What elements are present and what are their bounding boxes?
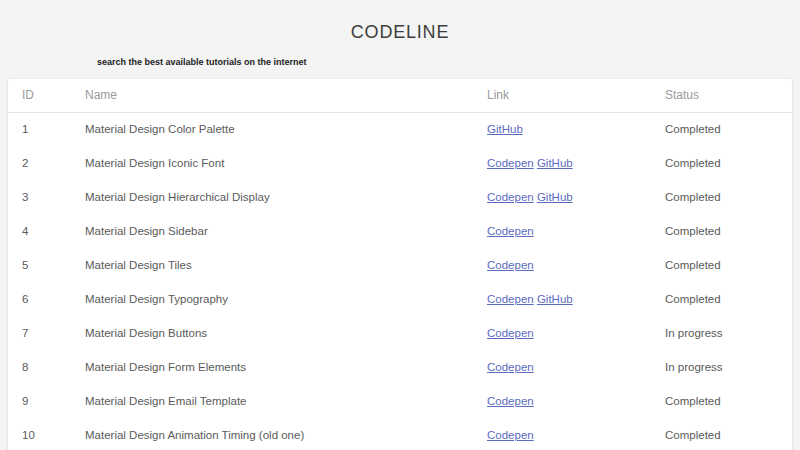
row-name-cell: Material Design Form Elements bbox=[71, 350, 473, 384]
table-body: 1 Material Design Color Palette GitHub C… bbox=[8, 112, 792, 450]
row-links-cell: Codepen bbox=[473, 214, 651, 248]
codepen-link[interactable]: Codepen bbox=[487, 429, 534, 441]
row-links-cell: Codepen bbox=[473, 248, 651, 282]
column-header-status: Status bbox=[651, 79, 792, 112]
github-link[interactable]: GitHub bbox=[537, 191, 573, 203]
codepen-link[interactable]: Codepen bbox=[487, 293, 534, 305]
row-id-cell: 3 bbox=[8, 180, 71, 214]
table-row: 3 Material Design Hierarchical Display C… bbox=[8, 180, 792, 214]
table-row: 7 Material Design Buttons Codepen In pro… bbox=[8, 316, 792, 350]
column-header-name: Name bbox=[71, 79, 473, 112]
row-status-cell: Completed bbox=[651, 180, 792, 214]
row-status-cell: Completed bbox=[651, 146, 792, 180]
row-name-cell: Material Design Buttons bbox=[71, 316, 473, 350]
row-links-cell: Codepen bbox=[473, 418, 651, 450]
row-status-cell: In progress bbox=[651, 350, 792, 384]
column-header-id: ID bbox=[8, 79, 71, 112]
row-name-cell: Material Design Email Template bbox=[71, 384, 473, 418]
table-row: 6 Material Design Typography Codepen Git… bbox=[8, 282, 792, 316]
row-name-cell: Material Design Sidebar bbox=[71, 214, 473, 248]
codepen-link[interactable]: Codepen bbox=[487, 191, 534, 203]
row-links-cell: Codepen bbox=[473, 316, 651, 350]
row-name-cell: Material Design Hierarchical Display bbox=[71, 180, 473, 214]
page-title: CODELINE bbox=[0, 0, 800, 43]
github-link[interactable]: GitHub bbox=[537, 157, 573, 169]
table-row: 1 Material Design Color Palette GitHub C… bbox=[8, 112, 792, 146]
row-id-cell: 4 bbox=[8, 214, 71, 248]
table-row: 10 Material Design Animation Timing (old… bbox=[8, 418, 792, 450]
row-id-cell: 2 bbox=[8, 146, 71, 180]
row-links-cell: Codepen GitHub bbox=[473, 180, 651, 214]
table-header-row: ID Name Link Status bbox=[8, 79, 792, 112]
row-id-cell: 5 bbox=[8, 248, 71, 282]
row-name-cell: Material Design Tiles bbox=[71, 248, 473, 282]
row-status-cell: Completed bbox=[651, 248, 792, 282]
row-links-cell: Codepen bbox=[473, 350, 651, 384]
row-name-cell: Material Design Color Palette bbox=[71, 112, 473, 146]
row-links-cell: Codepen bbox=[473, 384, 651, 418]
github-link[interactable]: GitHub bbox=[537, 293, 573, 305]
row-links-cell: Codepen GitHub bbox=[473, 146, 651, 180]
row-id-cell: 7 bbox=[8, 316, 71, 350]
codepen-link[interactable]: Codepen bbox=[487, 259, 534, 271]
tutorials-card: ID Name Link Status 1 Material Design Co… bbox=[8, 79, 792, 450]
row-status-cell: Completed bbox=[651, 282, 792, 316]
codepen-link[interactable]: Codepen bbox=[487, 395, 534, 407]
row-name-cell: Material Design Animation Timing (old on… bbox=[71, 418, 473, 450]
codepen-link[interactable]: Codepen bbox=[487, 361, 534, 373]
codepen-link[interactable]: Codepen bbox=[487, 225, 534, 237]
row-links-cell: Codepen GitHub bbox=[473, 282, 651, 316]
table-row: 2 Material Design Iconic Font Codepen Gi… bbox=[8, 146, 792, 180]
row-status-cell: Completed bbox=[651, 384, 792, 418]
row-name-cell: Material Design Typography bbox=[71, 282, 473, 316]
column-header-link: Link bbox=[473, 79, 651, 112]
row-links-cell: GitHub bbox=[473, 112, 651, 146]
row-id-cell: 6 bbox=[8, 282, 71, 316]
codepen-link[interactable]: Codepen bbox=[487, 157, 534, 169]
row-status-cell: Completed bbox=[651, 214, 792, 248]
row-status-cell: Completed bbox=[651, 418, 792, 450]
tutorials-table: ID Name Link Status 1 Material Design Co… bbox=[8, 79, 792, 450]
row-id-cell: 8 bbox=[8, 350, 71, 384]
table-row: 8 Material Design Form Elements Codepen … bbox=[8, 350, 792, 384]
codepen-link[interactable]: Codepen bbox=[487, 327, 534, 339]
table-row: 9 Material Design Email Template Codepen… bbox=[8, 384, 792, 418]
table-row: 5 Material Design Tiles Codepen Complete… bbox=[8, 248, 792, 282]
row-id-cell: 10 bbox=[8, 418, 71, 450]
github-link[interactable]: GitHub bbox=[487, 123, 523, 135]
row-status-cell: Completed bbox=[651, 112, 792, 146]
row-status-cell: In progress bbox=[651, 316, 792, 350]
row-id-cell: 1 bbox=[8, 112, 71, 146]
row-id-cell: 9 bbox=[8, 384, 71, 418]
table-row: 4 Material Design Sidebar Codepen Comple… bbox=[8, 214, 792, 248]
page-subtitle: search the best available tutorials on t… bbox=[97, 57, 800, 67]
row-name-cell: Material Design Iconic Font bbox=[71, 146, 473, 180]
